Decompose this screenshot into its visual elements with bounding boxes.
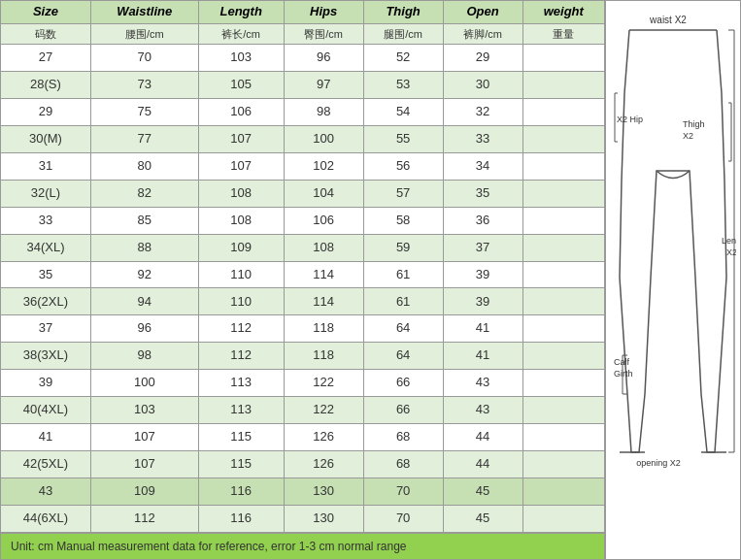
- table-cell: 32(L): [1, 180, 91, 207]
- table-row: 36(2XL)941101146139: [1, 288, 605, 315]
- table-cell: 112: [198, 343, 284, 370]
- table-cell: 35: [443, 180, 522, 207]
- table-cell: 61: [363, 288, 443, 315]
- table-cell: [522, 152, 604, 180]
- table-cell: 110: [198, 261, 284, 288]
- table-cell: [522, 234, 604, 261]
- column-header: Size: [1, 1, 91, 24]
- table-cell: 126: [284, 451, 363, 478]
- table-row: 411071151266844: [1, 424, 605, 451]
- table-cell: [522, 288, 604, 315]
- column-header: Waistline: [90, 1, 198, 24]
- table-cell: 68: [363, 424, 443, 451]
- table-cell: 104: [284, 180, 363, 207]
- table-cell: 105: [198, 72, 284, 99]
- table-cell: 31: [1, 152, 91, 180]
- svg-text:opening X2: opening X2: [636, 458, 681, 468]
- table-cell: [522, 261, 604, 288]
- table-cell: 108: [198, 207, 284, 234]
- main-container: SizeWaistlineLengthHipsThighOpenweight 码…: [0, 0, 741, 560]
- table-section: SizeWaistlineLengthHipsThighOpenweight 码…: [0, 0, 605, 560]
- table-row: 34(XL)881091085937: [1, 234, 605, 261]
- table-cell: 34(XL): [1, 234, 91, 261]
- table-cell: 45: [443, 478, 522, 505]
- table-cell: 39: [443, 288, 522, 315]
- table-cell: 41: [443, 343, 522, 370]
- column-subheader: 腰围/cm: [90, 23, 198, 44]
- table-cell: 75: [90, 99, 198, 126]
- table-cell: 122: [284, 370, 363, 397]
- table-cell: 97: [284, 72, 363, 99]
- table-cell: [522, 478, 604, 505]
- table-cell: 118: [284, 315, 363, 343]
- table-cell: 61: [363, 261, 443, 288]
- table-row: 32(L)821081045735: [1, 180, 605, 207]
- table-cell: 77: [90, 125, 198, 152]
- table-cell: 40(4XL): [1, 397, 91, 424]
- table-cell: 55: [363, 125, 443, 152]
- footer-note: Unit: cm Manual measurement data for ref…: [0, 533, 605, 560]
- table-cell: 96: [90, 315, 198, 343]
- table-cell: 44(6XL): [1, 505, 91, 532]
- table-cell: 112: [90, 505, 198, 532]
- table-row: 2975106985432: [1, 99, 605, 126]
- table-row: 38(3XL)981121186441: [1, 343, 605, 370]
- table-cell: 66: [363, 370, 443, 397]
- table-row: 42(5XL)1071151266844: [1, 451, 605, 478]
- table-cell: 112: [198, 315, 284, 343]
- column-header: Thigh: [363, 1, 443, 24]
- table-cell: 35: [1, 261, 91, 288]
- table-cell: 82: [90, 180, 198, 207]
- table-cell: 57: [363, 180, 443, 207]
- table-cell: 113: [198, 370, 284, 397]
- table-cell: 37: [1, 315, 91, 343]
- table-row: 31801071025634: [1, 152, 605, 180]
- table-cell: 32: [443, 99, 522, 126]
- table-row: 44(6XL)1121161307045: [1, 505, 605, 532]
- table-cell: 115: [198, 424, 284, 451]
- table-row: 431091161307045: [1, 478, 605, 505]
- table-cell: 39: [443, 261, 522, 288]
- table-cell: 107: [90, 424, 198, 451]
- svg-text:Calf: Calf: [614, 357, 630, 367]
- size-table: SizeWaistlineLengthHipsThighOpenweight 码…: [0, 0, 605, 533]
- table-cell: 108: [198, 180, 284, 207]
- table-cell: [522, 45, 604, 72]
- table-cell: 102: [284, 152, 363, 180]
- table-cell: 44: [443, 451, 522, 478]
- table-cell: 126: [284, 424, 363, 451]
- svg-text:waist X2: waist X2: [649, 15, 687, 25]
- table-cell: [522, 72, 604, 99]
- column-subheader: 重量: [522, 23, 604, 44]
- table-cell: 98: [284, 99, 363, 126]
- table-row: 2770103965229: [1, 45, 605, 72]
- size-diagram: waist X2 X2 Hip Thigh: [610, 6, 736, 472]
- table-cell: 114: [284, 261, 363, 288]
- svg-text:X2: X2: [726, 247, 736, 257]
- table-cell: 94: [90, 288, 198, 315]
- table-row: 35921101146139: [1, 261, 605, 288]
- column-subheader: 腿围/cm: [363, 23, 443, 44]
- column-subheader: 码数: [1, 23, 91, 44]
- column-subheader: 裤脚/cm: [443, 23, 522, 44]
- table-row: 28(S)73105975330: [1, 72, 605, 99]
- column-header: Open: [443, 1, 522, 24]
- table-row: 391001131226643: [1, 370, 605, 397]
- table-cell: 109: [198, 234, 284, 261]
- table-row: 30(M)771071005533: [1, 125, 605, 152]
- column-header: Length: [198, 1, 284, 24]
- table-cell: 100: [90, 370, 198, 397]
- table-cell: 107: [90, 451, 198, 478]
- table-cell: 130: [284, 478, 363, 505]
- table-cell: 52: [363, 45, 443, 72]
- table-cell: 66: [363, 397, 443, 424]
- table-cell: 36(2XL): [1, 288, 91, 315]
- table-cell: 34: [443, 152, 522, 180]
- svg-text:Girth: Girth: [614, 369, 633, 379]
- diagram-section: waist X2 X2 Hip Thigh: [605, 0, 741, 560]
- table-cell: 42(5XL): [1, 451, 91, 478]
- table-cell: 100: [284, 125, 363, 152]
- table-cell: 44: [443, 424, 522, 451]
- table-cell: [522, 180, 604, 207]
- table-cell: 70: [363, 478, 443, 505]
